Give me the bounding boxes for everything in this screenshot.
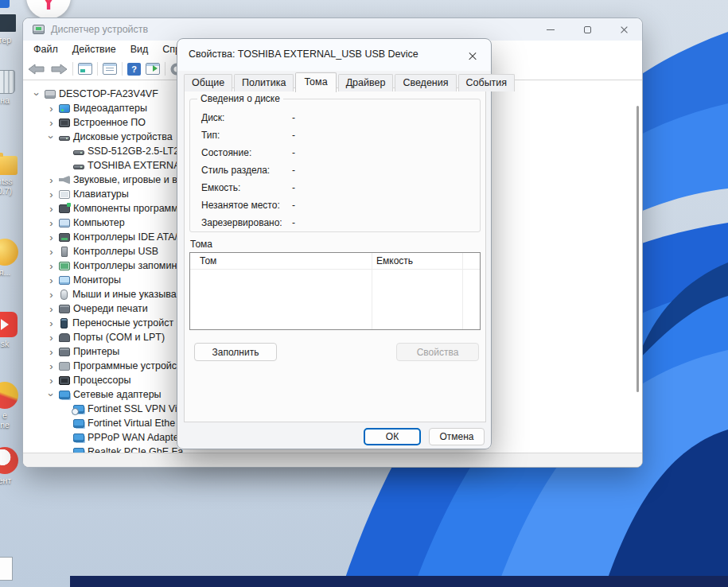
desktop-icon[interactable]: на xyxy=(0,70,22,105)
cropped-desktop-icon xyxy=(0,0,10,8)
desktop-icon-label: тер xyxy=(0,35,11,45)
dialog-tab[interactable]: Политика xyxy=(234,74,294,91)
toolbar-separator xyxy=(72,62,73,76)
menu-item[interactable]: Действие xyxy=(65,42,123,56)
populate-button[interactable]: Заполнить xyxy=(194,343,277,361)
cancel-button[interactable]: Отмена xyxy=(429,428,485,445)
desktop-icon[interactable]: ntss 0.7) xyxy=(0,156,22,196)
expander-chevron-icon[interactable] xyxy=(47,332,56,344)
dialog-tab[interactable]: Драйвер xyxy=(338,74,394,91)
dialog-tab[interactable]: Общие xyxy=(184,74,232,91)
expander-chevron-icon[interactable] xyxy=(47,303,56,315)
device-category-icon xyxy=(60,290,68,300)
disk-info-legend: Сведения о диске xyxy=(197,93,283,104)
volumes-column-capacity[interactable]: Емкость xyxy=(376,255,413,266)
console-window-icon[interactable] xyxy=(78,63,92,75)
back-icon[interactable] xyxy=(28,64,45,75)
dialog-tab[interactable]: Сведения xyxy=(395,74,456,91)
expander-chevron-icon[interactable] xyxy=(47,260,56,272)
device-category-icon xyxy=(59,176,70,185)
expander-chevron-icon[interactable] xyxy=(47,246,56,258)
tree-item-label: Принтеры xyxy=(73,346,119,357)
disk-info-value: - xyxy=(292,112,295,128)
tree-item-label: Компоненты программ xyxy=(73,203,178,214)
desktop-icon[interactable]: sk xyxy=(0,312,22,348)
desktop-icon[interactable]: я... xyxy=(0,239,22,277)
close-button[interactable] xyxy=(605,18,642,41)
disk-info-value: - xyxy=(292,217,295,233)
tree-item-label: Контроллеры IDE ATA/ xyxy=(73,231,177,243)
tree-item-label: Мыши и иные указыва xyxy=(72,289,177,300)
disk-info-row: Стиль раздела: - xyxy=(201,165,472,181)
menu-item[interactable]: Вид xyxy=(123,42,156,56)
tree-item-label: Видеоадаптеры xyxy=(73,103,147,114)
expander-chevron-icon[interactable] xyxy=(47,103,56,115)
dialog-tab[interactable]: События xyxy=(458,74,516,91)
expander-chevron-icon[interactable] xyxy=(47,317,56,329)
tree-item-label: Fortinet Virtual Ethe xyxy=(88,418,175,429)
tree-item-label: Очереди печати xyxy=(73,303,148,314)
window-bottom-bar xyxy=(23,453,642,467)
forward-icon[interactable] xyxy=(50,64,68,75)
expander-chevron-icon[interactable] xyxy=(47,389,56,401)
desktop-icon[interactable]: ент xyxy=(0,447,22,485)
expander-chevron-icon[interactable] xyxy=(47,289,56,301)
expander-chevron-icon[interactable] xyxy=(47,217,56,229)
device-category-icon xyxy=(59,276,70,285)
device-category-icon xyxy=(59,219,70,227)
desktop-icon-label: ент xyxy=(0,476,11,485)
properties-window-icon[interactable] xyxy=(103,63,117,75)
desktop-icon-label: sk xyxy=(1,339,10,348)
disk-info-row: Емкость: - xyxy=(201,182,472,198)
disk-info-label: Тип: xyxy=(201,130,292,146)
expander-chevron-icon[interactable] xyxy=(47,131,56,143)
device-category-icon xyxy=(59,391,70,399)
expander-chevron-icon[interactable] xyxy=(47,189,56,200)
volumes-column-volume[interactable]: Том xyxy=(200,255,216,266)
dialog-close-button[interactable] xyxy=(464,47,481,64)
device-category-icon xyxy=(59,136,70,141)
help-icon[interactable] xyxy=(127,63,141,76)
device-category-icon xyxy=(45,90,56,99)
desktop-icon-label2: 0.7) xyxy=(0,186,12,196)
tree-item-label: Программные устройс xyxy=(73,360,177,371)
desktop-icon-glyph xyxy=(0,557,13,581)
maximize-button[interactable] xyxy=(569,18,605,41)
expander-chevron-icon[interactable] xyxy=(47,375,56,387)
expander-chevron-icon[interactable] xyxy=(47,203,56,215)
ok-button[interactable]: ОК xyxy=(364,428,421,445)
tree-item-label: Встроенное ПО xyxy=(73,117,146,128)
dialog-tab[interactable]: Тома xyxy=(295,72,336,92)
desktop-icon[interactable]: e ne xyxy=(0,382,22,430)
tree-item-label: PPPoP WAN Adapte xyxy=(88,432,179,443)
device-category-icon xyxy=(59,362,70,371)
device-category-icon xyxy=(59,262,70,270)
expander-chevron-icon[interactable] xyxy=(47,274,56,286)
device-category-icon xyxy=(59,104,70,113)
expander-chevron-icon[interactable] xyxy=(47,231,56,243)
action-window-icon[interactable] xyxy=(146,63,160,75)
titlebar[interactable]: Диспетчер устройств xyxy=(23,18,642,41)
tree-item-label: Fortinet SSL VPN Vi xyxy=(88,403,177,414)
tree-item-label: DESCTOP-FA23V4VF xyxy=(59,88,158,99)
device-manager-app-icon xyxy=(33,25,45,34)
tree-item-label: Переносные устройст xyxy=(72,317,173,328)
desktop-icon-label: ntss xyxy=(0,177,13,186)
expander-chevron-icon[interactable] xyxy=(33,88,41,100)
tree-scrollbar[interactable] xyxy=(637,106,639,392)
expander-chevron-icon[interactable] xyxy=(47,117,56,129)
volumes-list[interactable]: Том Емкость xyxy=(189,252,481,330)
desktop: Y тер на ntss xyxy=(0,0,728,587)
menu-item[interactable]: Файл xyxy=(26,42,65,56)
expander-chevron-icon[interactable] xyxy=(47,346,56,358)
desktop-icon[interactable] xyxy=(0,557,22,582)
desktop-icon[interactable]: тер xyxy=(0,13,22,45)
dialog-title: Свойства: TOSHIBA EXTERNAL_USB USB Devic… xyxy=(189,49,419,60)
minimize-button[interactable] xyxy=(532,18,569,41)
tree-item-label: Контроллеры запомин xyxy=(73,260,177,271)
desktop-icon-glyph xyxy=(0,239,18,266)
disk-info-label: Стиль раздела: xyxy=(201,165,292,181)
expander-chevron-icon[interactable] xyxy=(47,360,56,372)
expander-chevron-icon[interactable] xyxy=(47,174,56,186)
desktop-icon-label: на xyxy=(0,95,10,105)
